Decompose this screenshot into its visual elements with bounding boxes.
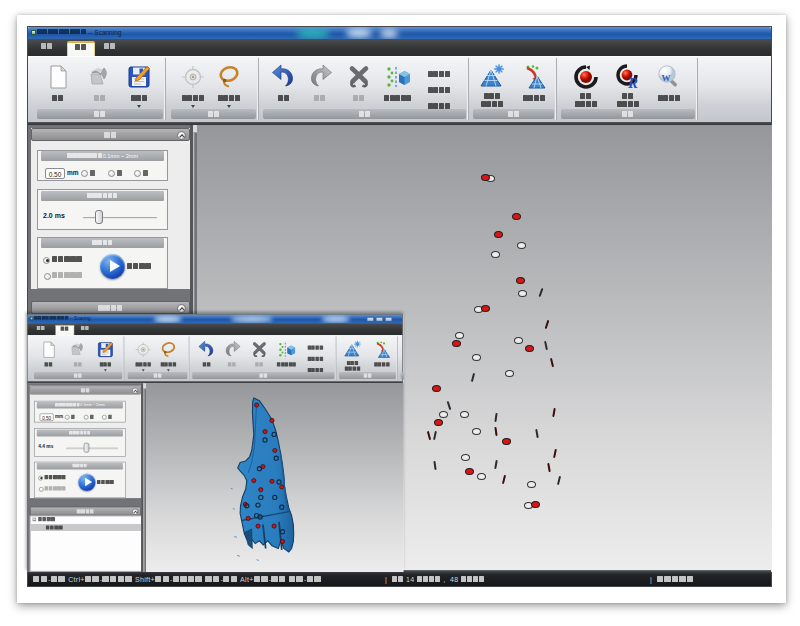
svg-text:R: R	[627, 75, 638, 90]
svg-text:W: W	[662, 73, 671, 83]
